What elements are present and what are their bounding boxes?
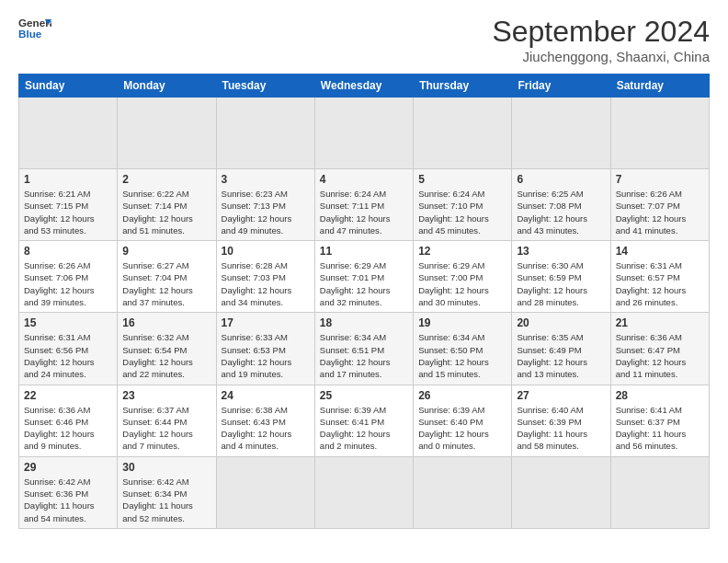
col-friday: Friday xyxy=(512,75,610,98)
sunrise-text: Sunrise: 6:23 AM xyxy=(222,189,288,199)
daylight-label: Daylight: 12 hours xyxy=(24,285,95,295)
table-row: 17 Sunrise: 6:33 AM Sunset: 6:53 PM Dayl… xyxy=(216,313,314,385)
table-row: 13 Sunrise: 6:30 AM Sunset: 6:59 PM Dayl… xyxy=(512,241,610,313)
day-number: 17 xyxy=(222,316,310,329)
daylight-label: Daylight: 11 hours xyxy=(616,429,687,439)
table-row: 1 Sunrise: 6:21 AM Sunset: 7:15 PM Dayli… xyxy=(19,169,118,241)
daylight-label: Daylight: 12 hours xyxy=(418,429,489,439)
day-number: 19 xyxy=(418,316,506,329)
sunset-text: Sunset: 6:51 PM xyxy=(320,345,384,355)
daylight-label: Daylight: 12 hours xyxy=(616,285,687,295)
sunrise-text: Sunrise: 6:33 AM xyxy=(222,332,288,342)
sunset-text: Sunset: 6:49 PM xyxy=(517,345,581,355)
daylight-duration: and 17 minutes. xyxy=(320,369,382,379)
sunset-text: Sunset: 6:34 PM xyxy=(122,488,187,499)
daylight-label: Daylight: 12 hours xyxy=(24,429,95,439)
table-row: 26 Sunrise: 6:39 AM Sunset: 6:40 PM Dayl… xyxy=(414,385,512,456)
daylight-label: Daylight: 12 hours xyxy=(222,357,292,367)
day-info: Sunrise: 6:39 AM Sunset: 6:41 PM Dayligh… xyxy=(320,404,408,453)
day-number: 9 xyxy=(122,245,210,258)
day-number: 27 xyxy=(517,389,605,402)
daylight-duration: and 11 minutes. xyxy=(616,369,678,379)
day-number: 23 xyxy=(122,389,210,402)
table-row xyxy=(414,456,512,528)
table-row: 8 Sunrise: 6:26 AM Sunset: 7:06 PM Dayli… xyxy=(19,241,118,313)
col-monday: Monday xyxy=(118,75,216,98)
day-number: 18 xyxy=(320,316,408,329)
sunrise-text: Sunrise: 6:26 AM xyxy=(24,260,90,270)
sunset-text: Sunset: 6:46 PM xyxy=(24,417,88,427)
day-info: Sunrise: 6:29 AM Sunset: 7:01 PM Dayligh… xyxy=(320,259,408,308)
table-row xyxy=(216,98,314,169)
day-info: Sunrise: 6:34 AM Sunset: 6:50 PM Dayligh… xyxy=(418,331,506,380)
table-row: 15 Sunrise: 6:31 AM Sunset: 6:56 PM Dayl… xyxy=(19,313,118,385)
daylight-duration: and 15 minutes. xyxy=(418,369,481,379)
day-number: 21 xyxy=(616,316,704,329)
sunrise-text: Sunrise: 6:22 AM xyxy=(122,189,188,199)
table-row: 4 Sunrise: 6:24 AM Sunset: 7:11 PM Dayli… xyxy=(314,169,413,241)
table-row: 2 Sunrise: 6:22 AM Sunset: 7:14 PM Dayli… xyxy=(118,169,216,241)
day-info: Sunrise: 6:31 AM Sunset: 6:56 PM Dayligh… xyxy=(24,331,112,380)
day-number: 28 xyxy=(616,389,704,402)
daylight-duration: and 56 minutes. xyxy=(616,441,678,451)
table-row xyxy=(512,456,610,528)
day-info: Sunrise: 6:29 AM Sunset: 7:00 PM Dayligh… xyxy=(418,259,506,308)
day-info: Sunrise: 6:32 AM Sunset: 6:54 PM Dayligh… xyxy=(122,331,210,380)
daylight-label: Daylight: 12 hours xyxy=(320,357,391,367)
daylight-duration: and 39 minutes. xyxy=(24,297,86,307)
sunset-text: Sunset: 6:57 PM xyxy=(616,272,680,282)
calendar-week-3: 15 Sunrise: 6:31 AM Sunset: 6:56 PM Dayl… xyxy=(19,313,710,385)
sunrise-text: Sunrise: 6:25 AM xyxy=(517,189,583,199)
table-row: 14 Sunrise: 6:31 AM Sunset: 6:57 PM Dayl… xyxy=(610,241,709,313)
sunrise-text: Sunrise: 6:27 AM xyxy=(122,260,188,270)
day-info: Sunrise: 6:22 AM Sunset: 7:14 PM Dayligh… xyxy=(122,188,210,236)
sunset-text: Sunset: 7:00 PM xyxy=(418,272,483,282)
calendar-week-2: 8 Sunrise: 6:26 AM Sunset: 7:06 PM Dayli… xyxy=(19,241,710,313)
calendar-week-4: 22 Sunrise: 6:36 AM Sunset: 6:46 PM Dayl… xyxy=(19,385,710,456)
sunrise-text: Sunrise: 6:29 AM xyxy=(320,260,386,270)
table-row: 7 Sunrise: 6:26 AM Sunset: 7:07 PM Dayli… xyxy=(610,169,709,241)
col-wednesday: Wednesday xyxy=(314,75,413,98)
day-info: Sunrise: 6:25 AM Sunset: 7:08 PM Dayligh… xyxy=(517,188,605,236)
daylight-duration: and 58 minutes. xyxy=(517,441,579,451)
sunset-text: Sunset: 7:01 PM xyxy=(320,272,384,282)
daylight-duration: and 28 minutes. xyxy=(517,297,579,307)
day-info: Sunrise: 6:36 AM Sunset: 6:46 PM Dayligh… xyxy=(24,404,112,453)
sunset-text: Sunset: 6:56 PM xyxy=(24,345,88,355)
day-number: 16 xyxy=(122,316,210,329)
day-info: Sunrise: 6:36 AM Sunset: 6:47 PM Dayligh… xyxy=(616,331,704,380)
sunset-text: Sunset: 7:15 PM xyxy=(24,201,88,211)
location: Jiuchenggong, Shaanxi, China xyxy=(492,49,710,64)
daylight-label: Daylight: 12 hours xyxy=(222,285,292,295)
daylight-duration: and 47 minutes. xyxy=(320,225,382,236)
daylight-label: Daylight: 12 hours xyxy=(320,285,391,295)
daylight-duration: and 37 minutes. xyxy=(122,297,185,307)
daylight-label: Daylight: 12 hours xyxy=(24,213,95,224)
day-info: Sunrise: 6:34 AM Sunset: 6:51 PM Dayligh… xyxy=(320,331,408,380)
sunset-text: Sunset: 7:04 PM xyxy=(122,272,187,282)
table-row: 29 Sunrise: 6:42 AM Sunset: 6:36 PM Dayl… xyxy=(19,456,118,528)
day-info: Sunrise: 6:42 AM Sunset: 6:34 PM Dayligh… xyxy=(122,476,210,524)
table-row xyxy=(19,98,118,169)
table-row xyxy=(314,98,413,169)
daylight-duration: and 32 minutes. xyxy=(320,297,382,307)
daylight-duration: and 24 minutes. xyxy=(24,369,86,379)
day-info: Sunrise: 6:26 AM Sunset: 7:07 PM Dayligh… xyxy=(616,188,704,236)
calendar-week-5: 29 Sunrise: 6:42 AM Sunset: 6:36 PM Dayl… xyxy=(19,456,710,528)
day-info: Sunrise: 6:38 AM Sunset: 6:43 PM Dayligh… xyxy=(222,404,310,453)
sunset-text: Sunset: 7:07 PM xyxy=(616,201,680,211)
title-section: September 2024 Jiuchenggong, Shaanxi, Ch… xyxy=(492,15,710,64)
sunrise-text: Sunrise: 6:42 AM xyxy=(24,477,90,487)
daylight-duration: and 43 minutes. xyxy=(517,225,579,236)
day-info: Sunrise: 6:33 AM Sunset: 6:53 PM Dayligh… xyxy=(222,331,310,380)
sunrise-text: Sunrise: 6:26 AM xyxy=(616,189,682,199)
sunrise-text: Sunrise: 6:24 AM xyxy=(320,189,386,199)
day-number: 22 xyxy=(24,389,112,402)
daylight-duration: and 51 minutes. xyxy=(122,225,185,236)
daylight-label: Daylight: 11 hours xyxy=(122,500,193,511)
table-row xyxy=(118,98,216,169)
sunrise-text: Sunrise: 6:35 AM xyxy=(517,332,583,342)
table-row xyxy=(610,456,709,528)
daylight-duration: and 45 minutes. xyxy=(418,225,481,236)
day-number: 15 xyxy=(24,316,112,329)
